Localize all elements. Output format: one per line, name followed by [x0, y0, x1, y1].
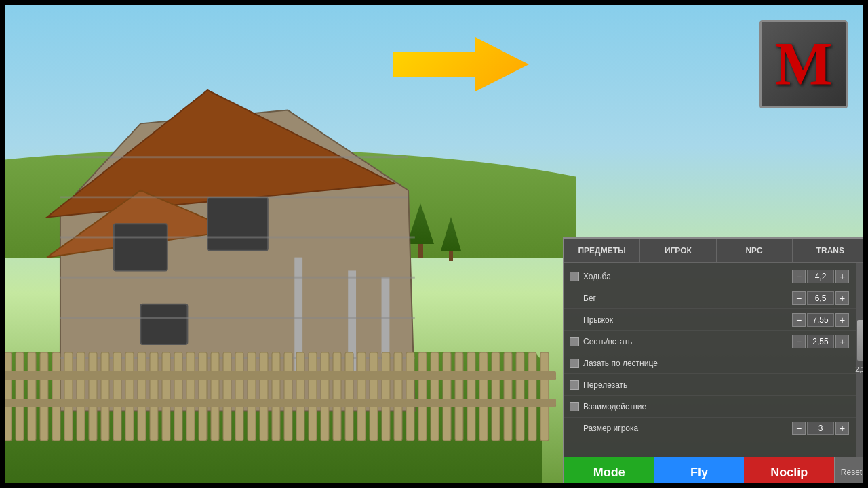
- svg-rect-19: [28, 352, 36, 441]
- row-climb: Перелезать: [564, 374, 856, 396]
- svg-rect-50: [406, 352, 414, 441]
- plus-walking[interactable]: +: [835, 270, 849, 283]
- label-sit: Сесть/встать: [583, 337, 791, 346]
- arrow: [393, 34, 529, 102]
- minus-running[interactable]: −: [792, 291, 806, 305]
- svg-rect-44: [333, 352, 341, 441]
- fence: [0, 339, 556, 447]
- row-size: Размер игрока − 3 +: [564, 418, 856, 439]
- value-size: 3: [807, 422, 834, 435]
- panel-content: Ходьба − 4,2 + Бег − 6,5 + Прыжок − 7,55…: [564, 263, 868, 457]
- svg-rect-58: [504, 352, 512, 441]
- plus-size[interactable]: +: [835, 422, 849, 435]
- svg-rect-36: [235, 352, 243, 441]
- svg-rect-39: [272, 352, 280, 441]
- tab-npc[interactable]: NPC: [717, 239, 793, 262]
- value-sit: 2,55: [807, 335, 834, 348]
- svg-rect-4: [208, 197, 268, 251]
- svg-rect-22: [64, 352, 73, 441]
- svg-rect-54: [455, 352, 463, 441]
- svg-rect-28: [138, 352, 146, 441]
- scroll-value: 2,15: [855, 366, 868, 373]
- plus-jump[interactable]: +: [835, 313, 849, 327]
- tab-predmety[interactable]: ПРЕДМЕТЫ: [564, 239, 640, 262]
- label-climb: Перелезать: [583, 380, 850, 390]
- row-running: Бег − 6,5 +: [564, 287, 856, 309]
- svg-rect-51: [418, 352, 427, 441]
- svg-rect-23: [77, 352, 85, 441]
- value-walking: 4,2: [807, 270, 834, 283]
- svg-rect-60: [528, 352, 536, 441]
- label-walking: Ходьба: [583, 272, 791, 281]
- tab-igrok[interactable]: ИГРОК: [640, 239, 716, 262]
- minus-size[interactable]: −: [792, 422, 806, 435]
- plus-sit[interactable]: +: [835, 335, 849, 348]
- svg-rect-56: [479, 352, 488, 441]
- reset-button[interactable]: Reset: [834, 457, 868, 488]
- arrow-shape: [393, 34, 529, 95]
- value-running: 6,5: [807, 291, 834, 305]
- svg-rect-40: [284, 352, 292, 441]
- svg-rect-52: [431, 352, 439, 441]
- checkbox-climb[interactable]: [570, 380, 579, 390]
- svg-rect-63: [0, 399, 556, 407]
- svg-rect-48: [382, 352, 390, 441]
- checkbox-sit[interactable]: [570, 337, 579, 346]
- panel-buttons: Mode Fly Noclip Reset: [564, 457, 868, 488]
- svg-rect-37: [248, 352, 256, 441]
- svg-rect-45: [345, 352, 353, 441]
- panel-main: Ходьба − 4,2 + Бег − 6,5 + Прыжок − 7,55…: [564, 263, 856, 457]
- svg-rect-61: [540, 352, 549, 441]
- m-letter: M: [775, 34, 833, 95]
- scroll-thumb[interactable]: [857, 320, 867, 361]
- fly-button[interactable]: Fly: [654, 457, 745, 488]
- svg-rect-31: [174, 352, 182, 441]
- svg-rect-24: [89, 352, 97, 441]
- tab-trans[interactable]: TRANS: [793, 239, 868, 262]
- svg-rect-41: [296, 352, 304, 441]
- minus-sit[interactable]: −: [792, 335, 806, 348]
- row-jump: Прыжок − 7,55 +: [564, 309, 856, 331]
- svg-rect-17: [3, 352, 12, 441]
- checkbox-ladder[interactable]: [570, 359, 579, 368]
- minus-walking[interactable]: −: [792, 270, 806, 283]
- svg-rect-27: [125, 352, 134, 441]
- minus-jump[interactable]: −: [792, 313, 806, 327]
- mode-button[interactable]: Mode: [564, 457, 654, 488]
- label-size: Размер игрока: [583, 424, 791, 433]
- svg-rect-33: [199, 352, 207, 441]
- svg-rect-32: [186, 352, 195, 441]
- svg-rect-59: [516, 352, 524, 441]
- svg-rect-55: [467, 352, 475, 441]
- svg-rect-53: [443, 352, 451, 441]
- svg-rect-46: [357, 352, 366, 441]
- svg-rect-49: [394, 352, 402, 441]
- svg-rect-20: [40, 352, 48, 441]
- noclip-button[interactable]: Noclip: [744, 457, 834, 488]
- svg-rect-30: [162, 352, 170, 441]
- svg-rect-29: [150, 352, 158, 441]
- row-walking: Ходьба − 4,2 +: [564, 266, 856, 287]
- svg-rect-35: [223, 352, 231, 441]
- svg-rect-43: [321, 352, 329, 441]
- svg-rect-21: [52, 352, 60, 441]
- panel-tabs: ПРЕДМЕТЫ ИГРОК NPC TRANS: [564, 239, 868, 263]
- svg-rect-3: [114, 224, 167, 270]
- checkbox-interact[interactable]: [570, 402, 579, 411]
- checkbox-walking[interactable]: [570, 272, 579, 281]
- settings-panel: ПРЕДМЕТЫ ИГРОК NPC TRANS Ходьба − 4,2 + …: [563, 237, 868, 488]
- label-jump: Прыжок: [583, 315, 791, 325]
- svg-rect-38: [260, 352, 268, 441]
- label-ladder: Лазать по лестнице: [583, 359, 850, 368]
- row-ladder: Лазать по лестнице: [564, 352, 856, 374]
- svg-rect-47: [370, 352, 378, 441]
- label-interact: Взаимодействие: [583, 402, 850, 411]
- row-sit: Сесть/встать − 2,55 +: [564, 331, 856, 352]
- svg-rect-62: [0, 371, 556, 380]
- svg-rect-42: [309, 352, 317, 441]
- m-logo: M: [760, 20, 848, 108]
- plus-running[interactable]: +: [835, 291, 849, 305]
- svg-rect-34: [211, 352, 219, 441]
- svg-rect-18: [16, 352, 24, 441]
- scrollbar[interactable]: 2,15: [856, 263, 868, 457]
